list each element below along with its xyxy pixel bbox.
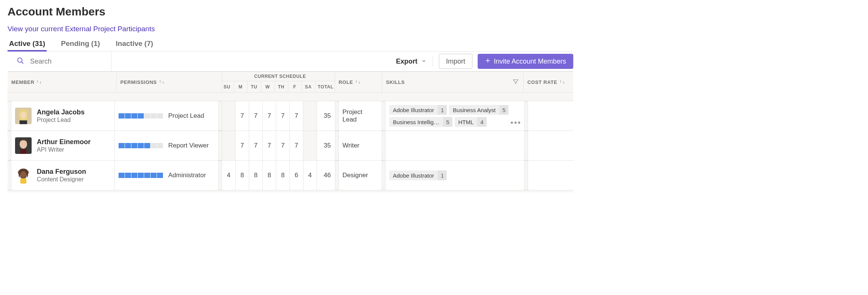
schedule-total[interactable]: 46 bbox=[317, 161, 338, 190]
member-name: Arthur Einemoor bbox=[37, 138, 91, 146]
schedule-day[interactable]: 8 bbox=[236, 161, 249, 190]
cell-permissions[interactable]: Administrator bbox=[115, 161, 218, 190]
col-role[interactable]: ROLE bbox=[335, 72, 382, 92]
tab-inactive[interactable]: Inactive (7) bbox=[114, 37, 155, 52]
cell-skills: Adobe Illustrator1Business Analyst5Busin… bbox=[385, 101, 524, 131]
cell-cost-rate[interactable] bbox=[528, 161, 573, 190]
invite-label: Invite Account Members bbox=[494, 58, 566, 65]
col-cost-label: COST RATE bbox=[527, 79, 557, 85]
col-member-label: MEMBER bbox=[11, 79, 34, 85]
col-member[interactable]: MEMBER bbox=[8, 72, 117, 92]
skill-chip[interactable]: Adobe Illustrator1 bbox=[389, 170, 447, 180]
schedule-day[interactable]: 7 bbox=[290, 101, 303, 131]
invite-button[interactable]: Invite Account Members bbox=[478, 54, 573, 69]
schedule-day[interactable] bbox=[222, 131, 236, 160]
schedule-day[interactable]: 7 bbox=[276, 131, 290, 160]
cell-skills bbox=[385, 131, 524, 160]
cell-member[interactable]: Dana FergusonContent Designer bbox=[11, 161, 115, 190]
col-day-f[interactable]: F bbox=[288, 81, 302, 92]
schedule-day[interactable] bbox=[303, 131, 317, 160]
table-row[interactable]: Arthur EinemoorAPI WriterReport Viewer77… bbox=[8, 131, 573, 161]
cell-permissions[interactable]: Report Viewer bbox=[115, 131, 218, 160]
permission-bar bbox=[119, 173, 163, 178]
skill-chip[interactable]: Business Analyst5 bbox=[449, 105, 509, 115]
permission-label: Project Lead bbox=[168, 112, 204, 120]
col-schedule-label: CURRENT SCHEDULE bbox=[250, 72, 306, 81]
cell-member[interactable]: Arthur EinemoorAPI Writer bbox=[11, 131, 115, 160]
cell-role[interactable]: Designer bbox=[339, 161, 382, 190]
skill-chip[interactable]: Business Intellig…5 bbox=[389, 117, 452, 127]
col-day-sa[interactable]: SA bbox=[302, 81, 315, 92]
schedule-day[interactable]: 7 bbox=[249, 131, 263, 160]
member-name: Angela Jacobs bbox=[37, 108, 85, 117]
col-day-m[interactable]: M bbox=[234, 81, 248, 92]
col-day-th[interactable]: TH bbox=[275, 81, 288, 92]
filter-icon[interactable] bbox=[513, 79, 519, 85]
permission-label: Administrator bbox=[168, 172, 206, 179]
col-permissions[interactable]: PERMISSIONS bbox=[117, 72, 222, 92]
export-label: Export bbox=[396, 58, 417, 65]
schedule-day[interactable]: 4 bbox=[222, 161, 236, 190]
cell-cost-rate[interactable] bbox=[528, 131, 573, 160]
col-day-total[interactable]: TOTAL bbox=[315, 81, 336, 92]
schedule-day[interactable]: 4 bbox=[303, 161, 317, 190]
skill-chip[interactable]: HTML4 bbox=[455, 117, 487, 127]
member-subtitle: Content Designer bbox=[37, 176, 86, 183]
cell-role[interactable]: Writer bbox=[339, 131, 382, 160]
schedule-day[interactable]: 8 bbox=[263, 161, 276, 190]
external-participants-link[interactable]: View your current External Project Parti… bbox=[8, 25, 155, 33]
col-day-w[interactable]: W bbox=[261, 81, 275, 92]
avatar bbox=[15, 167, 32, 184]
chevron-down-icon bbox=[421, 58, 426, 65]
col-schedule: CURRENT SCHEDULE SU M TU W TH F SA TOTAL bbox=[222, 72, 335, 92]
schedule-day[interactable]: 7 bbox=[249, 101, 263, 131]
schedule-day[interactable]: 7 bbox=[276, 101, 290, 131]
tab-pending[interactable]: Pending (1) bbox=[59, 37, 101, 52]
cell-member[interactable]: Angela JacobsProject Lead bbox=[11, 101, 115, 131]
svg-line-1 bbox=[21, 62, 23, 63]
col-skills[interactable]: SKILLS bbox=[382, 72, 524, 92]
schedule-day[interactable]: 7 bbox=[263, 101, 276, 131]
sort-icon bbox=[159, 80, 165, 84]
table-row[interactable]: Angela JacobsProject LeadProject Lead777… bbox=[8, 101, 573, 131]
tab-active[interactable]: Active (31) bbox=[8, 37, 47, 52]
schedule-total[interactable]: 35 bbox=[317, 131, 338, 160]
import-button[interactable]: Import bbox=[439, 54, 472, 69]
cell-cost-rate[interactable] bbox=[528, 101, 573, 131]
cell-schedule: 488886446 bbox=[222, 161, 335, 190]
table-row[interactable]: Dana FergusonContent DesignerAdministrat… bbox=[8, 160, 573, 190]
schedule-day[interactable]: 7 bbox=[236, 131, 249, 160]
cell-permissions[interactable]: Project Lead bbox=[115, 101, 218, 131]
col-day-su[interactable]: SU bbox=[221, 81, 234, 92]
schedule-day[interactable]: 7 bbox=[290, 131, 303, 160]
schedule-day[interactable]: 6 bbox=[290, 161, 303, 190]
schedule-day[interactable]: 7 bbox=[263, 131, 276, 160]
search-icon bbox=[17, 57, 24, 66]
table-body: Angela JacobsProject LeadProject Lead777… bbox=[8, 93, 573, 192]
schedule-total[interactable]: 35 bbox=[317, 101, 338, 131]
schedule-day[interactable] bbox=[303, 101, 317, 131]
plus-icon bbox=[485, 58, 491, 65]
avatar bbox=[15, 108, 32, 124]
member-subtitle: API Writer bbox=[37, 146, 91, 153]
col-cost-rate[interactable]: COST RATE bbox=[524, 72, 573, 92]
cell-role[interactable]: Project Lead bbox=[339, 101, 382, 131]
skill-chip[interactable]: Adobe Illustrator1 bbox=[389, 105, 447, 115]
page-title: Account Members bbox=[8, 5, 573, 18]
schedule-day[interactable]: 8 bbox=[249, 161, 263, 190]
schedule-day[interactable]: 8 bbox=[276, 161, 290, 190]
sort-icon bbox=[560, 80, 566, 84]
sort-icon bbox=[355, 80, 361, 84]
col-day-tu[interactable]: TU bbox=[248, 81, 261, 92]
permission-bar bbox=[119, 113, 163, 119]
sort-icon bbox=[37, 80, 43, 84]
more-icon[interactable]: ••• bbox=[510, 118, 521, 128]
search-input[interactable] bbox=[29, 57, 99, 66]
schedule-day[interactable] bbox=[222, 101, 236, 131]
permission-label: Report Viewer bbox=[168, 142, 209, 149]
toolbar: Export Import Invite Account Members bbox=[8, 52, 573, 71]
table-header: MEMBER PERMISSIONS CURRENT SCHEDULE SU M… bbox=[8, 71, 573, 93]
col-skills-label: SKILLS bbox=[386, 79, 405, 85]
export-button[interactable]: Export bbox=[392, 56, 433, 67]
schedule-day[interactable]: 7 bbox=[236, 101, 249, 131]
